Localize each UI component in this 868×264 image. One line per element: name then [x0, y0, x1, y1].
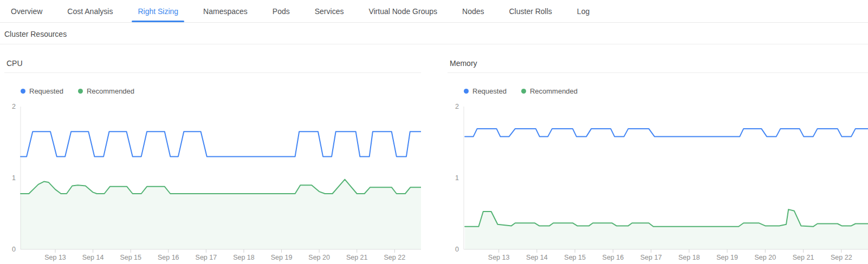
- svg-text:Sep 14: Sep 14: [82, 254, 104, 261]
- svg-text:1: 1: [12, 174, 16, 182]
- cpu-plot-area[interactable]: 012Sep 13Sep 14Sep 15Sep 16Sep 17Sep 18S…: [4, 100, 421, 262]
- tab-log[interactable]: Log: [577, 0, 590, 22]
- tab-overview[interactable]: Overview: [11, 0, 42, 22]
- section-title: Cluster Resources: [0, 23, 868, 44]
- legend-label-recommended: Recommended: [87, 87, 134, 95]
- legend-item-requested[interactable]: Requested: [464, 87, 507, 95]
- svg-text:Sep 19: Sep 19: [716, 254, 738, 261]
- svg-text:1: 1: [455, 174, 459, 182]
- legend-label-recommended: Recommended: [530, 87, 578, 95]
- svg-text:Sep 13: Sep 13: [488, 254, 510, 261]
- requested-dot-icon: [464, 89, 469, 94]
- recommended-dot-icon: [78, 89, 83, 94]
- tab-pods[interactable]: Pods: [273, 0, 290, 22]
- svg-text:Sep 19: Sep 19: [271, 254, 293, 261]
- legend-item-recommended[interactable]: Recommended: [521, 87, 578, 95]
- memory-chart-panel: Memory Requested Recommended 012Sep 13Se…: [448, 44, 868, 262]
- svg-text:Sep 15: Sep 15: [120, 254, 141, 261]
- requested-dot-icon: [21, 89, 25, 94]
- tab-namespaces[interactable]: Namespaces: [203, 0, 248, 22]
- svg-text:0: 0: [455, 246, 459, 253]
- svg-text:Sep 17: Sep 17: [196, 254, 217, 261]
- tab-right-sizing[interactable]: Right Sizing: [138, 0, 178, 22]
- svg-text:2: 2: [455, 103, 459, 110]
- memory-plot-area[interactable]: 012Sep 13Sep 14Sep 15Sep 16Sep 17Sep 18S…: [448, 100, 868, 262]
- svg-text:Sep 21: Sep 21: [346, 254, 368, 261]
- charts-row: CPU Requested Recommended 012Sep 13Sep 1…: [0, 44, 868, 262]
- svg-text:Sep 14: Sep 14: [526, 254, 548, 261]
- svg-text:2: 2: [12, 103, 16, 110]
- tab-nodes[interactable]: Nodes: [462, 0, 484, 22]
- svg-text:Sep 22: Sep 22: [384, 254, 405, 261]
- tab-services[interactable]: Services: [315, 0, 344, 22]
- cpu-chart-legend: Requested Recommended: [21, 87, 421, 95]
- svg-text:Sep 18: Sep 18: [233, 254, 255, 261]
- svg-text:Sep 16: Sep 16: [603, 254, 624, 261]
- cpu-chart-title: CPU: [4, 59, 421, 73]
- svg-text:Sep 13: Sep 13: [44, 254, 66, 261]
- svg-text:Sep 18: Sep 18: [678, 254, 700, 261]
- svg-text:Sep 21: Sep 21: [793, 254, 814, 261]
- legend-item-recommended[interactable]: Recommended: [78, 87, 134, 95]
- tab-cost-analysis[interactable]: Cost Analysis: [67, 0, 113, 22]
- svg-text:Sep 15: Sep 15: [564, 254, 586, 261]
- legend-item-requested[interactable]: Requested: [21, 87, 63, 95]
- recommended-dot-icon: [521, 89, 526, 94]
- svg-text:Sep 20: Sep 20: [755, 254, 776, 261]
- memory-chart-title: Memory: [448, 59, 868, 73]
- svg-text:0: 0: [12, 246, 16, 253]
- legend-label-requested: Requested: [472, 87, 507, 95]
- svg-text:Sep 20: Sep 20: [308, 254, 330, 261]
- legend-label-requested: Requested: [29, 87, 63, 95]
- svg-text:Sep 17: Sep 17: [640, 254, 662, 261]
- cpu-chart-panel: CPU Requested Recommended 012Sep 13Sep 1…: [4, 44, 421, 262]
- svg-text:Sep 16: Sep 16: [158, 254, 179, 261]
- memory-chart-legend: Requested Recommended: [464, 87, 868, 95]
- tab-cluster-rolls[interactable]: Cluster Rolls: [509, 0, 552, 22]
- tab-virtual-node-groups[interactable]: Virtual Node Groups: [368, 0, 437, 22]
- svg-text:Sep 22: Sep 22: [831, 254, 852, 261]
- tab-bar: OverviewCost AnalysisRight SizingNamespa…: [0, 0, 868, 23]
